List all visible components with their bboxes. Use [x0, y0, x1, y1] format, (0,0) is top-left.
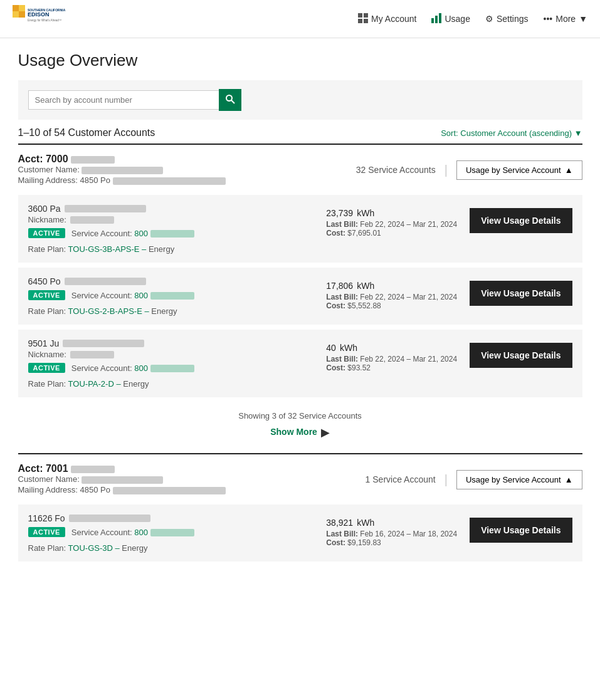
service-account-card-0-0: 3600 Pa Nickname: ACTIVE Service Account…: [18, 195, 582, 263]
nav-my-account-label: My Account: [371, 14, 416, 24]
svg-rect-12: [439, 13, 441, 23]
status-badge-1-0: ACTIVE: [28, 527, 65, 537]
nav-settings[interactable]: ⚙ Settings: [485, 14, 529, 24]
nav-my-account[interactable]: My Account: [358, 13, 416, 25]
sa-account-link-0-1[interactable]: 800: [134, 291, 194, 300]
logo-area: SOUTHERN CALIFORNIA EDISON Energy for Wh…: [13, 5, 75, 33]
svg-rect-2: [19, 11, 25, 18]
sa-account-num-0-1: Service Account: 800: [71, 291, 194, 300]
sa-rate-plan-1-0: Rate Plan: TOU-GS-3D – Energy: [28, 543, 148, 553]
customer-acct-num-1: Acct: 7001: [18, 463, 226, 474]
svg-point-13: [226, 95, 232, 101]
showing-text-0: Showing 3 of 32 Service Accounts: [18, 406, 582, 423]
sa-rate-plan-link-0-0[interactable]: TOU-GS-3B-APS-E –: [68, 244, 149, 254]
redacted-name-0: [82, 167, 163, 174]
chevron-up-icon-0: ▲: [565, 165, 573, 175]
grid-icon: [358, 13, 368, 25]
sa-row-0-1: ACTIVE Service Account: 800 Rate Plan:: [28, 290, 314, 316]
sce-logo: SOUTHERN CALIFORNIA EDISON Energy for Wh…: [13, 5, 75, 33]
sa-left-0-0: 3600 Pa Nickname: ACTIVE Service Account…: [28, 204, 314, 254]
sa-kwh-0-1: 17,806 kWh: [326, 276, 457, 293]
sa-bill-date-0-1: Last Bill: Feb 22, 2024 – Mar 21, 2024: [326, 293, 457, 301]
redacted-acct-0: [71, 156, 115, 164]
sa-rate-plan-link-1-0[interactable]: TOU-GS-3D –: [68, 543, 122, 553]
customer-info-0: Acct: 7000 Customer Name: Mailing Addres…: [18, 154, 226, 186]
sa-rate-plan-link-0-1[interactable]: TOU-GS-2-B-APS-E –: [68, 306, 152, 316]
nav-settings-label: Settings: [497, 14, 529, 24]
usage-dropdown-1[interactable]: Usage by Service Account ▲: [456, 470, 582, 489]
redacted-acct-1: [71, 466, 115, 473]
redacted-name-1: [82, 476, 163, 484]
service-account-card-0-2: 9501 Ju Nickname: ACTIVE Service Account…: [18, 330, 582, 397]
sa-right-0-1: 17,806 kWh Last Bill: Feb 22, 2024 – Mar…: [326, 276, 572, 310]
sort-value[interactable]: Customer Account (ascending) ▼: [460, 128, 582, 138]
sa-nickname-0-0: Nickname:: [28, 215, 314, 224]
sa-right-0-0: 23,739 kWh Last Bill: Feb 22, 2024 – Mar…: [326, 204, 572, 238]
svg-rect-9: [364, 19, 368, 23]
redacted-sa-addr-0-1: [65, 278, 146, 285]
sa-left-1-0: 11626 Fo ACTIVE Service Account: 800: [28, 513, 314, 553]
nav-usage[interactable]: Usage: [431, 13, 470, 25]
search-row: [28, 89, 241, 111]
svg-line-14: [231, 100, 234, 103]
usage-dropdown-0[interactable]: Usage by Service Account ▲: [456, 160, 582, 180]
sa-cost-0-1: Cost: $5,552.88: [326, 301, 457, 310]
results-count: 1–10 of 54 Customer Accounts: [18, 127, 155, 138]
nav-right: My Account Usage ⚙ Settings ••• More ▼: [358, 13, 587, 25]
search-area: [18, 80, 582, 120]
sa-address-0-1: 6450 Po: [28, 276, 314, 286]
show-more-link-0[interactable]: Show More ▶: [18, 423, 582, 447]
redacted-sa-addr-0-0: [65, 205, 146, 212]
sa-right-0-2: 40 kWh Last Bill: Feb 22, 2024 – Mar 21,…: [326, 338, 572, 372]
dots-icon: •••: [544, 14, 553, 24]
sa-cost-0-2: Cost: $93.52: [326, 363, 457, 372]
service-accounts-count-0: 32 Service Accounts: [356, 165, 436, 175]
svg-rect-1: [13, 5, 19, 11]
sa-nickname-0-2: Nickname:: [28, 350, 314, 359]
sa-account-link-0-0[interactable]: 800: [134, 229, 194, 238]
svg-rect-8: [358, 19, 362, 23]
nav-more[interactable]: ••• More ▼: [544, 14, 587, 24]
search-input[interactable]: [28, 90, 219, 110]
sa-rate-plan-link-0-2[interactable]: TOU-PA-2-D –: [68, 379, 124, 389]
redacted-sa-addr-0-2: [63, 340, 144, 347]
main-content: Usage Overview 1–10 of 54 Customer Accou…: [6, 38, 595, 589]
sa-bill-date-1-0: Last Bill: Feb 16, 2024 – Mar 18, 2024: [326, 530, 457, 538]
results-row: 1–10 of 54 Customer Accounts Sort: Custo…: [18, 120, 582, 145]
customer-header-0: Acct: 7000 Customer Name: Mailing Addres…: [18, 145, 582, 190]
search-button[interactable]: [219, 89, 241, 111]
sa-account-num-1-0: Service Account: 800: [71, 528, 194, 537]
svg-rect-6: [358, 13, 362, 18]
sort-label[interactable]: Sort: Customer Account (ascending) ▼: [441, 128, 582, 138]
show-more-anchor-0[interactable]: Show More: [270, 427, 317, 437]
sa-address-0-0: 3600 Pa: [28, 204, 314, 214]
view-usage-btn-0-0[interactable]: View Usage Details: [470, 208, 572, 233]
svg-rect-11: [435, 16, 438, 23]
view-usage-btn-1-0[interactable]: View Usage Details: [470, 518, 572, 543]
status-badge-0-1: ACTIVE: [28, 290, 65, 300]
gear-icon: ⚙: [485, 14, 493, 24]
chevron-up-icon-1: ▲: [565, 475, 573, 484]
sa-usage-0-2: 40 kWh Last Bill: Feb 22, 2024 – Mar 21,…: [326, 338, 457, 372]
sa-usage-0-0: 23,739 kWh Last Bill: Feb 22, 2024 – Mar…: [326, 204, 457, 238]
customer-right-1: 1 Service Account | Usage by Service Acc…: [366, 470, 582, 489]
customer-address-1: Mailing Address: 4850 Po: [18, 485, 226, 494]
sa-bill-date-0-2: Last Bill: Feb 22, 2024 – Mar 21, 2024: [326, 355, 457, 363]
bar-chart-icon: [431, 13, 441, 25]
sa-kwh-0-0: 23,739 kWh: [326, 204, 457, 220]
customer-info-1: Acct: 7001 Customer Name: Mailing Addres…: [18, 463, 226, 496]
status-badge-0-2: ACTIVE: [28, 363, 65, 373]
header: SOUTHERN CALIFORNIA EDISON Energy for Wh…: [0, 0, 600, 38]
customer-right-0: 32 Service Accounts | Usage by Service A…: [356, 160, 582, 180]
sa-right-1-0: 38,921 kWh Last Bill: Feb 16, 2024 – Mar…: [326, 513, 572, 547]
view-usage-btn-0-1[interactable]: View Usage Details: [470, 281, 572, 306]
sa-account-link-1-0[interactable]: 800: [134, 528, 194, 537]
sa-account-num-0-0: Service Account: 800: [71, 229, 194, 238]
view-usage-btn-0-2[interactable]: View Usage Details: [470, 343, 572, 368]
sa-kwh-0-2: 40 kWh: [326, 338, 457, 355]
redacted-address-1: [113, 487, 226, 494]
customer-name-0: Customer Name:: [18, 165, 226, 174]
sa-rate-plan-0-1: Rate Plan: TOU-GS-2-B-APS-E – Energy: [28, 306, 177, 316]
nav-usage-label: Usage: [445, 14, 470, 24]
sa-account-link-0-2[interactable]: 800: [134, 363, 194, 373]
